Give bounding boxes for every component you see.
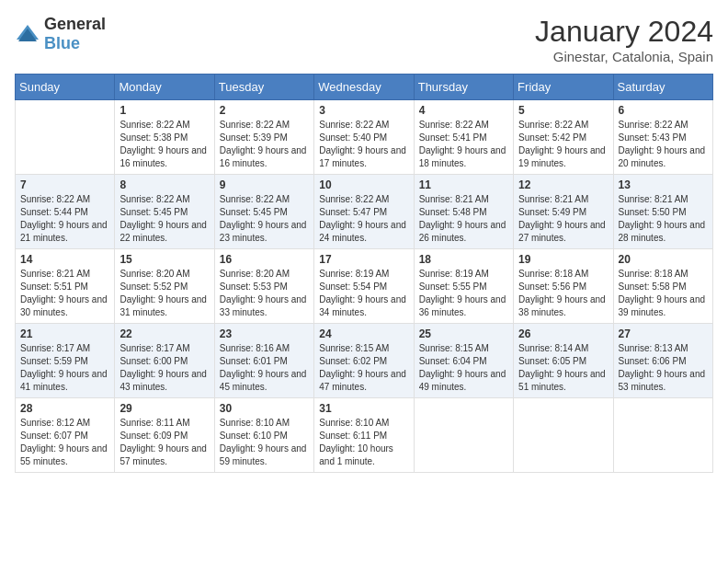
day-info: Sunrise: 8:20 AM Sunset: 5:53 PM Dayligh… <box>220 268 309 319</box>
calendar-cell <box>613 398 712 473</box>
week-row: 1Sunrise: 8:22 AM Sunset: 5:38 PM Daylig… <box>16 100 713 175</box>
day-info: Sunrise: 8:13 AM Sunset: 6:06 PM Dayligh… <box>619 342 708 394</box>
day-info: Sunrise: 8:16 AM Sunset: 6:01 PM Dayligh… <box>220 342 309 394</box>
day-number: 15 <box>119 253 209 266</box>
day-info: Sunrise: 8:10 AM Sunset: 6:11 PM Dayligh… <box>319 417 408 468</box>
day-info: Sunrise: 8:14 AM Sunset: 6:05 PM Dayligh… <box>518 342 608 394</box>
calendar-cell: 15Sunrise: 8:20 AM Sunset: 5:52 PM Dayli… <box>115 249 214 324</box>
day-info: Sunrise: 8:22 AM Sunset: 5:42 PM Dayligh… <box>518 119 608 170</box>
calendar-cell: 1Sunrise: 8:22 AM Sunset: 5:38 PM Daylig… <box>115 100 214 175</box>
calendar-cell: 24Sunrise: 8:15 AM Sunset: 6:02 PM Dayli… <box>314 324 414 398</box>
day-info: Sunrise: 8:21 AM Sunset: 5:49 PM Dayligh… <box>518 193 608 245</box>
page-header: General Blue January 2024 Ginestar, Cata… <box>15 15 713 64</box>
day-info: Sunrise: 8:11 AM Sunset: 6:09 PM Dayligh… <box>119 417 209 468</box>
day-info: Sunrise: 8:18 AM Sunset: 5:56 PM Dayligh… <box>518 268 608 319</box>
day-number: 24 <box>319 327 408 340</box>
calendar-cell: 21Sunrise: 8:17 AM Sunset: 5:59 PM Dayli… <box>16 324 115 398</box>
day-number: 17 <box>319 253 408 266</box>
week-row: 7Sunrise: 8:22 AM Sunset: 5:44 PM Daylig… <box>16 175 713 249</box>
day-number: 22 <box>119 327 209 340</box>
day-info: Sunrise: 8:19 AM Sunset: 5:54 PM Dayligh… <box>319 268 408 319</box>
day-number: 20 <box>619 253 708 266</box>
day-number: 30 <box>220 402 309 415</box>
day-info: Sunrise: 8:18 AM Sunset: 5:58 PM Dayligh… <box>619 268 708 319</box>
calendar-cell: 19Sunrise: 8:18 AM Sunset: 5:56 PM Dayli… <box>514 249 613 324</box>
col-wednesday: Wednesday <box>314 75 414 100</box>
day-number: 12 <box>518 178 608 191</box>
day-number: 11 <box>419 178 508 191</box>
day-info: Sunrise: 8:22 AM Sunset: 5:43 PM Dayligh… <box>619 119 708 170</box>
calendar-cell: 9Sunrise: 8:22 AM Sunset: 5:45 PM Daylig… <box>214 175 313 249</box>
day-number: 23 <box>220 327 309 340</box>
day-number: 7 <box>20 178 109 191</box>
calendar-cell: 29Sunrise: 8:11 AM Sunset: 6:09 PM Dayli… <box>115 398 214 473</box>
calendar-cell <box>414 398 513 473</box>
calendar-cell <box>16 100 115 175</box>
calendar-cell: 20Sunrise: 8:18 AM Sunset: 5:58 PM Dayli… <box>613 249 712 324</box>
day-info: Sunrise: 8:21 AM Sunset: 5:50 PM Dayligh… <box>619 193 708 245</box>
column-headers: Sunday Monday Tuesday Wednesday Thursday… <box>16 75 713 100</box>
day-number: 3 <box>319 104 408 117</box>
calendar-cell: 10Sunrise: 8:22 AM Sunset: 5:47 PM Dayli… <box>314 175 414 249</box>
day-number: 14 <box>20 253 109 266</box>
day-info: Sunrise: 8:22 AM Sunset: 5:47 PM Dayligh… <box>319 193 408 245</box>
calendar-cell: 7Sunrise: 8:22 AM Sunset: 5:44 PM Daylig… <box>16 175 115 249</box>
week-row: 14Sunrise: 8:21 AM Sunset: 5:51 PM Dayli… <box>16 249 713 324</box>
logo-general: General <box>44 15 106 33</box>
calendar-cell: 26Sunrise: 8:14 AM Sunset: 6:05 PM Dayli… <box>514 324 613 398</box>
calendar-cell: 22Sunrise: 8:17 AM Sunset: 6:00 PM Dayli… <box>115 324 214 398</box>
day-number: 16 <box>220 253 309 266</box>
calendar-cell: 31Sunrise: 8:10 AM Sunset: 6:11 PM Dayli… <box>314 398 414 473</box>
col-thursday: Thursday <box>414 75 513 100</box>
day-number: 9 <box>220 178 309 191</box>
calendar-cell: 4Sunrise: 8:22 AM Sunset: 5:41 PM Daylig… <box>414 100 513 175</box>
day-info: Sunrise: 8:22 AM Sunset: 5:39 PM Dayligh… <box>220 119 309 170</box>
day-number: 28 <box>20 402 109 415</box>
logo-blue: Blue <box>44 34 80 52</box>
col-saturday: Saturday <box>613 75 712 100</box>
day-info: Sunrise: 8:22 AM Sunset: 5:45 PM Dayligh… <box>220 193 309 245</box>
day-info: Sunrise: 8:12 AM Sunset: 6:07 PM Dayligh… <box>20 417 109 468</box>
day-number: 31 <box>319 402 408 415</box>
col-tuesday: Tuesday <box>214 75 313 100</box>
day-number: 8 <box>119 178 209 191</box>
calendar-cell: 17Sunrise: 8:19 AM Sunset: 5:54 PM Dayli… <box>314 249 414 324</box>
calendar-cell: 3Sunrise: 8:22 AM Sunset: 5:40 PM Daylig… <box>314 100 414 175</box>
day-number: 25 <box>419 327 508 340</box>
day-number: 19 <box>518 253 608 266</box>
month-title: January 2024 <box>535 15 713 49</box>
day-info: Sunrise: 8:21 AM Sunset: 5:51 PM Dayligh… <box>20 268 109 319</box>
calendar-cell: 13Sunrise: 8:21 AM Sunset: 5:50 PM Dayli… <box>613 175 712 249</box>
calendar-cell <box>514 398 613 473</box>
day-info: Sunrise: 8:15 AM Sunset: 6:04 PM Dayligh… <box>419 342 508 394</box>
calendar-cell: 5Sunrise: 8:22 AM Sunset: 5:42 PM Daylig… <box>514 100 613 175</box>
day-number: 2 <box>220 104 309 117</box>
calendar-cell: 12Sunrise: 8:21 AM Sunset: 5:49 PM Dayli… <box>514 175 613 249</box>
calendar-cell: 30Sunrise: 8:10 AM Sunset: 6:10 PM Dayli… <box>214 398 313 473</box>
calendar-cell: 8Sunrise: 8:22 AM Sunset: 5:45 PM Daylig… <box>115 175 214 249</box>
week-row: 21Sunrise: 8:17 AM Sunset: 5:59 PM Dayli… <box>16 324 713 398</box>
col-friday: Friday <box>514 75 613 100</box>
col-monday: Monday <box>115 75 214 100</box>
day-number: 4 <box>419 104 508 117</box>
day-info: Sunrise: 8:22 AM Sunset: 5:44 PM Dayligh… <box>20 193 109 245</box>
day-info: Sunrise: 8:20 AM Sunset: 5:52 PM Dayligh… <box>119 268 209 319</box>
day-number: 27 <box>619 327 708 340</box>
day-number: 21 <box>20 327 109 340</box>
calendar-cell: 6Sunrise: 8:22 AM Sunset: 5:43 PM Daylig… <box>613 100 712 175</box>
col-sunday: Sunday <box>16 75 115 100</box>
logo: General Blue <box>15 15 106 53</box>
day-info: Sunrise: 8:22 AM Sunset: 5:38 PM Dayligh… <box>119 119 209 170</box>
calendar-cell: 25Sunrise: 8:15 AM Sunset: 6:04 PM Dayli… <box>414 324 513 398</box>
day-info: Sunrise: 8:19 AM Sunset: 5:55 PM Dayligh… <box>419 268 508 319</box>
day-number: 10 <box>319 178 408 191</box>
week-row: 28Sunrise: 8:12 AM Sunset: 6:07 PM Dayli… <box>16 398 713 473</box>
logo-icon <box>15 23 40 45</box>
day-number: 18 <box>419 253 508 266</box>
day-info: Sunrise: 8:21 AM Sunset: 5:48 PM Dayligh… <box>419 193 508 245</box>
calendar-cell: 28Sunrise: 8:12 AM Sunset: 6:07 PM Dayli… <box>16 398 115 473</box>
calendar-cell: 18Sunrise: 8:19 AM Sunset: 5:55 PM Dayli… <box>414 249 513 324</box>
day-info: Sunrise: 8:17 AM Sunset: 6:00 PM Dayligh… <box>119 342 209 394</box>
day-info: Sunrise: 8:17 AM Sunset: 5:59 PM Dayligh… <box>20 342 109 394</box>
day-number: 6 <box>619 104 708 117</box>
